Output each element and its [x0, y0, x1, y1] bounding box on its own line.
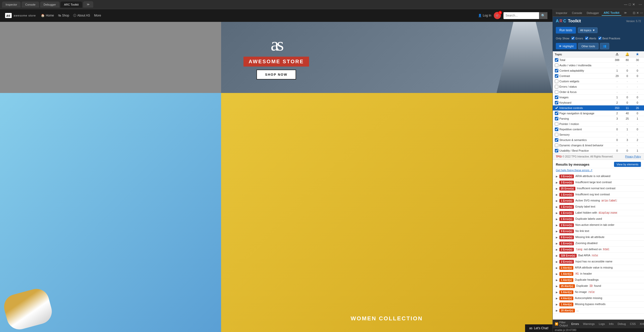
run-tests-button[interactable]: Run tests: [556, 27, 576, 34]
topic-checkbox[interactable]: [555, 96, 558, 99]
search-button[interactable]: 🔍: [539, 12, 547, 19]
result-item[interactable]: ▶ 3 Error(s) Insufficient large text con…: [553, 180, 644, 186]
result-item[interactable]: ▶ 328 Error(s) Bad ARIA role: [553, 253, 644, 259]
result-item[interactable]: ▶ 1 Error(s) Empty label text: [553, 204, 644, 210]
result-item[interactable]: ▶ 8 Error(s) Missing link alt attribute: [553, 234, 644, 241]
bottom-tab-debug[interactable]: Debug: [616, 322, 627, 326]
topic-row[interactable]: Content adaptability 1 0 0: [553, 68, 644, 73]
search-input[interactable]: [503, 12, 539, 19]
result-item[interactable]: ▶ 1 Error(s) Label hidden with display:n…: [553, 210, 644, 216]
bottom-tab-logs[interactable]: Logs: [597, 322, 606, 326]
dt-tab-inspector[interactable]: Inspector: [554, 10, 569, 15]
topic-checkbox[interactable]: [555, 90, 558, 94]
tab-arc-toolkit[interactable]: ARC Toolkit: [60, 2, 82, 8]
topic-row[interactable]: Structure & semantics 0 3 2: [553, 137, 644, 143]
result-item[interactable]: ▶ 2 Error(s) lang not defined on html: [553, 247, 644, 253]
close-icon[interactable]: ✕: [632, 3, 635, 6]
nav-about[interactable]: ⓘ About AS: [73, 13, 90, 18]
dt-tab-arc[interactable]: ARC Toolkit: [602, 10, 621, 16]
topic-checkbox[interactable]: [555, 122, 558, 126]
errors-checkbox-label[interactable]: Errors: [571, 37, 583, 40]
help-link[interactable]: Get help fixing these errors ↗: [553, 168, 644, 173]
alerts-checkbox-label[interactable]: Alerts: [585, 37, 596, 40]
topic-row[interactable]: Pointer / motion - - -: [553, 121, 644, 127]
other-tools-button[interactable]: Other tools: [578, 43, 599, 49]
result-expand-arrow[interactable]: ▶: [556, 242, 558, 245]
result-expand-arrow[interactable]: ▶: [556, 303, 558, 306]
result-expand-arrow[interactable]: ▶: [556, 193, 558, 196]
result-expand-arrow[interactable]: ▶: [556, 248, 558, 251]
best-practices-checkbox-label[interactable]: Best Practices: [598, 37, 620, 40]
topic-checkbox[interactable]: [555, 117, 558, 120]
filter-output[interactable]: 🔽 Filter Output: [555, 321, 568, 327]
bottom-tab-css[interactable]: CSS: [628, 322, 637, 326]
result-item[interactable]: ▶ 2 Error(s) Non-active element in tab o…: [553, 222, 644, 228]
topic-checkbox[interactable]: [555, 58, 558, 62]
topic-checkbox[interactable]: [555, 112, 558, 115]
bottom-tab-info[interactable]: Info: [607, 322, 615, 326]
topic-row[interactable]: Parsing 3 25 1: [553, 116, 644, 121]
topic-checkbox[interactable]: [555, 80, 558, 83]
chat-button[interactable]: as Let's Chat!: [525, 324, 553, 332]
result-item[interactable]: ▶ 2 Error(s) Input has no accessible nam…: [553, 259, 644, 265]
topic-checkbox[interactable]: [555, 74, 558, 78]
topic-checkbox[interactable]: [555, 85, 558, 88]
result-expand-arrow[interactable]: ▶: [556, 236, 558, 239]
result-item[interactable]: ▶ 1 Error(s) Active SVG missing aria-lab…: [553, 198, 644, 204]
topic-row[interactable]: Total 388 80 30: [553, 57, 644, 63]
tab-more[interactable]: ≫: [83, 1, 93, 8]
result-expand-arrow[interactable]: ▶: [556, 266, 558, 269]
topic-row[interactable]: Contrast 29 0 0: [553, 73, 644, 79]
topic-row[interactable]: Sensory - - -: [553, 132, 644, 137]
topic-checkbox[interactable]: [555, 128, 558, 131]
nav-home[interactable]: 🏠 Home: [41, 14, 54, 17]
result-item[interactable]: ▶ 1 Error(s) Insufficient svg text contr…: [553, 192, 644, 198]
result-expand-arrow[interactable]: ▶: [556, 218, 558, 220]
topic-row[interactable]: Errors / status - - -: [553, 84, 644, 89]
topic-checkbox[interactable]: [555, 149, 558, 152]
topic-row[interactable]: Images 1 0 0: [553, 95, 644, 100]
result-expand-arrow[interactable]: ▶: [556, 285, 558, 288]
best-practices-checkbox[interactable]: [598, 37, 602, 40]
result-item[interactable]: ▶ 4 Alert(s) Autocomplete missing: [553, 295, 644, 302]
tab-inspector[interactable]: Inspector: [2, 2, 21, 8]
minimize-icon[interactable]: —: [624, 3, 627, 6]
shop-now-button[interactable]: SHOP NOW: [256, 70, 296, 80]
all-topics-dropdown[interactable]: All topics ▼: [578, 27, 597, 33]
privacy-policy-link[interactable]: Privacy Policy: [625, 155, 641, 158]
topic-row[interactable]: Audio / video / multimedia - - -: [553, 63, 644, 68]
topic-row[interactable]: Keyboard 2 0 0: [553, 100, 644, 105]
topic-checkbox[interactable]: [555, 138, 558, 142]
topic-row[interactable]: Page navigation & language 2 40 0: [553, 111, 644, 116]
dt-close-icon[interactable]: ✕: [636, 11, 639, 15]
topic-row[interactable]: Dynamic changes & timed behavior - - -: [553, 143, 644, 148]
menu-icon[interactable]: ⋯: [639, 3, 642, 6]
result-item[interactable]: ▶ 20 Alert(s) ...: [553, 308, 644, 314]
dt-tab-debugger[interactable]: Debugger: [585, 10, 601, 15]
topic-row[interactable]: Usability / Best Practice 0 0 1: [553, 148, 644, 153]
topic-checkbox[interactable]: [555, 144, 558, 147]
topic-checkbox[interactable]: [555, 106, 558, 110]
result-expand-arrow[interactable]: ▶: [556, 199, 558, 202]
bottom-tab-warnings[interactable]: Warnings: [581, 322, 596, 326]
result-item[interactable]: ▶ 1 Error(s) Duplicate labels used: [553, 216, 644, 222]
maximize-icon[interactable]: □: [629, 3, 631, 6]
tab-debugger[interactable]: Debugger: [40, 2, 59, 8]
result-item[interactable]: ▶ 25 Error(s) Insufficient normal text c…: [553, 186, 644, 192]
topic-row[interactable]: Interactive controls 350 11 26: [553, 105, 644, 111]
alerts-checkbox[interactable]: [585, 37, 588, 40]
result-expand-arrow[interactable]: ▶: [556, 224, 558, 227]
people-button[interactable]: 👥: [600, 43, 609, 49]
result-expand-arrow[interactable]: ▶: [556, 273, 558, 275]
dt-menu-icon[interactable]: ⋯: [640, 11, 643, 15]
view-by-elements-button[interactable]: View by elements: [614, 162, 641, 167]
dt-tab-overflow[interactable]: ≫: [622, 10, 629, 15]
topic-checkbox[interactable]: [555, 101, 558, 104]
result-expand-arrow[interactable]: ▶: [556, 279, 558, 281]
result-item[interactable]: ▶ 1 Error(s) Zooming disabled: [553, 241, 644, 247]
result-expand-arrow[interactable]: ▶: [556, 205, 558, 208]
topic-checkbox[interactable]: [555, 69, 558, 72]
result-expand-arrow[interactable]: ▶: [556, 254, 558, 257]
result-item[interactable]: ▶ 1 Alert(s) Missing bypass methods: [553, 302, 644, 308]
highlight-button[interactable]: 👁 Highlight: [556, 43, 577, 49]
